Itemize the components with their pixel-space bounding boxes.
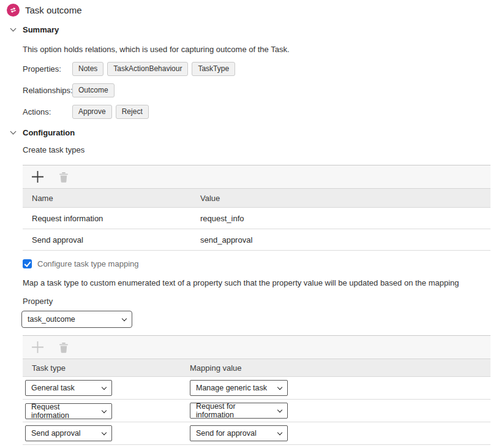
delete-row-button[interactable] [59, 172, 69, 183]
task-type-select-value: Request information [31, 403, 97, 420]
actions-row: Actions: Approve Reject [23, 105, 496, 119]
properties-row: Properties: Notes TaskActionBehaviour Ta… [23, 62, 496, 76]
configure-mapping-checkbox[interactable] [23, 259, 32, 268]
chevron-down-icon [102, 408, 107, 412]
mapping-value-select-value: Send for approval [196, 429, 257, 438]
task-type-select-value: General task [31, 384, 75, 392]
table-row[interactable]: Send approval Send for approval [23, 422, 490, 445]
task-type-select[interactable]: Request information [25, 403, 112, 419]
relationships-row: Relationships: Outcome [23, 83, 496, 97]
action-chip: Approve [72, 105, 112, 119]
swap-arrows-icon [7, 4, 20, 17]
column-header-value: Value [200, 194, 220, 203]
chevron-down-icon[interactable] [10, 129, 17, 135]
summary-description: This option holds relations, which is us… [23, 45, 496, 54]
table-row[interactable]: General task Manage generic task [23, 377, 490, 400]
chevron-down-icon [277, 384, 282, 389]
task-types-table-toolbar [23, 165, 490, 189]
table-row[interactable]: Request information Request for informat… [23, 400, 490, 422]
task-types-table: Name Value Request information request_i… [23, 165, 490, 251]
chevron-down-icon [102, 430, 107, 435]
configuration-title: Configuration [23, 128, 75, 137]
mapping-table: Task type Mapping value General task Man… [23, 335, 490, 445]
property-chip: TaskType [192, 62, 235, 76]
task-type-select[interactable]: General task [25, 380, 112, 396]
app-header: Task outcome [0, 0, 496, 17]
mapping-table-header: Task type Mapping value [23, 359, 490, 377]
properties-label: Properties: [23, 64, 72, 74]
add-row-button[interactable] [31, 340, 45, 354]
task-type-name-cell: Request information [23, 214, 200, 223]
chevron-down-icon [277, 407, 282, 412]
mapping-value-select[interactable]: Manage generic task [190, 380, 288, 396]
relationships-label: Relationships: [23, 86, 72, 95]
summary-title: Summary [23, 25, 59, 34]
column-header-mapping-value: Mapping value [190, 363, 242, 373]
plus-icon [31, 340, 45, 354]
delete-row-button[interactable] [59, 342, 69, 353]
actions-label: Actions: [23, 107, 72, 116]
mapping-value-select[interactable]: Request for information [190, 403, 288, 419]
task-type-value-cell: request_info [200, 214, 244, 223]
column-header-name: Name [23, 194, 200, 203]
add-row-button[interactable] [31, 170, 45, 184]
table-row[interactable]: Send approval send_approval [23, 229, 490, 251]
mapping-table-toolbar [23, 336, 490, 359]
action-chip: Reject [116, 105, 149, 119]
mapping-description: Map a task type to custom enumerated tex… [23, 278, 496, 287]
chevron-down-icon [277, 430, 282, 435]
table-row[interactable]: Request information request_info [23, 208, 490, 229]
task-type-name-cell: Send approval [23, 235, 200, 245]
property-select-value: task_outcome [28, 315, 75, 324]
property-select[interactable]: task_outcome [21, 311, 132, 328]
column-header-task-type: Task type [23, 363, 190, 373]
summary-section-header[interactable]: Summary [11, 25, 496, 34]
summary-body: This option holds relations, which is us… [23, 45, 496, 119]
property-chip: Notes [72, 62, 103, 76]
task-type-value-cell: send_approval [200, 235, 252, 245]
configure-mapping-label: Configure task type mapping [37, 259, 138, 268]
configuration-body: Create task types [23, 145, 496, 154]
chevron-down-icon[interactable] [10, 26, 17, 32]
mapping-value-select-value: Manage generic task [196, 384, 267, 392]
task-type-select-value: Send approval [31, 429, 81, 438]
mapping-value-select-value: Request for information [196, 402, 273, 419]
property-select-label: Property [23, 297, 496, 306]
plus-icon [31, 170, 45, 184]
chevron-down-icon [102, 384, 107, 389]
mapping-value-select[interactable]: Send for approval [190, 425, 288, 441]
task-types-table-header: Name Value [23, 189, 490, 208]
chevron-down-icon [122, 316, 127, 321]
trash-icon [59, 342, 69, 353]
create-task-types-label: Create task types [23, 145, 496, 154]
relationship-chip: Outcome [72, 83, 115, 97]
configuration-section-header[interactable]: Configuration [11, 128, 496, 137]
configure-mapping-row: Configure task type mapping [23, 259, 496, 268]
page-title: Task outcome [25, 5, 82, 15]
task-type-select[interactable]: Send approval [25, 425, 112, 441]
trash-icon [59, 172, 69, 183]
property-chip: TaskActionBehaviour [107, 62, 188, 76]
